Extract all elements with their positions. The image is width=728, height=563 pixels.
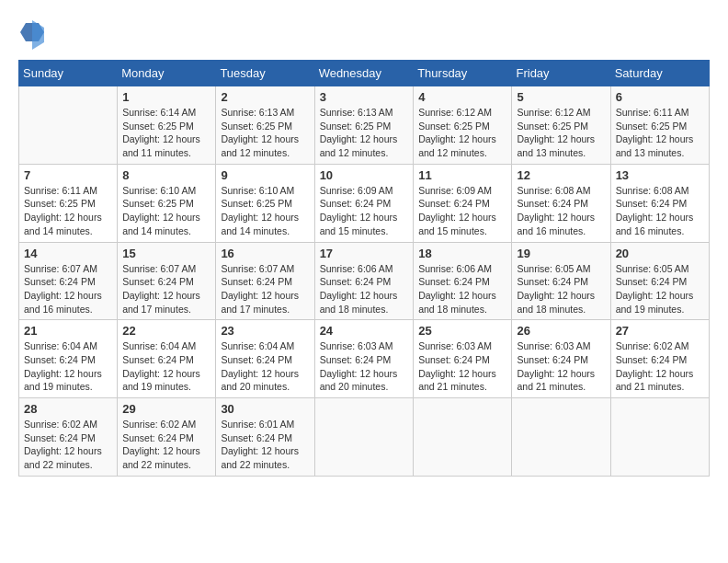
calendar-cell: 21Sunrise: 6:04 AM Sunset: 6:24 PM Dayli… [19,320,118,398]
calendar-cell: 7Sunrise: 6:11 AM Sunset: 6:25 PM Daylig… [19,164,118,242]
day-info: Sunrise: 6:10 AM Sunset: 6:25 PM Dayligh… [221,184,309,238]
day-info: Sunrise: 6:01 AM Sunset: 6:24 PM Dayligh… [221,418,309,472]
column-header-thursday: Thursday [414,61,512,86]
calendar-cell: 3Sunrise: 6:13 AM Sunset: 6:25 PM Daylig… [314,86,414,165]
column-header-saturday: Saturday [610,61,709,86]
calendar-table: SundayMondayTuesdayWednesdayThursdayFrid… [18,60,710,477]
week-row-4: 21Sunrise: 6:04 AM Sunset: 6:24 PM Dayli… [19,320,710,398]
week-row-3: 14Sunrise: 6:07 AM Sunset: 6:24 PM Dayli… [19,242,710,320]
calendar-cell: 14Sunrise: 6:07 AM Sunset: 6:24 PM Dayli… [19,242,118,320]
day-info: Sunrise: 6:05 AM Sunset: 6:24 PM Dayligh… [517,262,605,316]
day-info: Sunrise: 6:11 AM Sunset: 6:25 PM Dayligh… [616,106,704,160]
day-number: 5 [517,90,605,104]
day-info: Sunrise: 6:06 AM Sunset: 6:24 PM Dayligh… [320,262,409,316]
day-number: 16 [221,247,309,260]
calendar-cell: 19Sunrise: 6:05 AM Sunset: 6:24 PM Dayli… [512,242,610,320]
column-header-sunday: Sunday [19,61,118,86]
column-header-friday: Friday [512,61,610,86]
calendar-cell: 23Sunrise: 6:04 AM Sunset: 6:24 PM Dayli… [216,320,314,398]
calendar-cell: 8Sunrise: 6:10 AM Sunset: 6:25 PM Daylig… [118,164,216,242]
calendar-cell: 1Sunrise: 6:14 AM Sunset: 6:25 PM Daylig… [118,86,216,165]
day-info: Sunrise: 6:02 AM Sunset: 6:24 PM Dayligh… [122,418,210,472]
column-header-monday: Monday [118,61,216,86]
day-number: 24 [320,324,409,338]
day-number: 26 [517,324,605,338]
calendar-cell: 22Sunrise: 6:04 AM Sunset: 6:24 PM Dayli… [118,320,216,398]
day-info: Sunrise: 6:13 AM Sunset: 6:25 PM Dayligh… [320,106,409,160]
day-info: Sunrise: 6:14 AM Sunset: 6:25 PM Dayligh… [122,106,210,160]
day-info: Sunrise: 6:04 AM Sunset: 6:24 PM Dayligh… [24,339,112,394]
header [18,18,710,51]
column-header-wednesday: Wednesday [314,61,414,86]
svg-marker-1 [32,20,44,50]
calendar-cell: 26Sunrise: 6:03 AM Sunset: 6:24 PM Dayli… [512,320,610,398]
day-number: 2 [221,90,309,104]
calendar-cell: 17Sunrise: 6:06 AM Sunset: 6:24 PM Dayli… [314,242,414,320]
calendar-cell: 6Sunrise: 6:11 AM Sunset: 6:25 PM Daylig… [610,86,709,165]
day-number: 22 [122,324,210,338]
calendar-cell: 11Sunrise: 6:09 AM Sunset: 6:24 PM Dayli… [414,164,512,242]
calendar-cell: 28Sunrise: 6:02 AM Sunset: 6:24 PM Dayli… [19,398,118,477]
day-number: 10 [320,168,409,182]
calendar-header-row: SundayMondayTuesdayWednesdayThursdayFrid… [19,61,710,86]
day-info: Sunrise: 6:07 AM Sunset: 6:24 PM Dayligh… [221,262,309,316]
calendar-cell: 15Sunrise: 6:07 AM Sunset: 6:24 PM Dayli… [118,242,216,320]
day-info: Sunrise: 6:08 AM Sunset: 6:24 PM Dayligh… [616,184,704,238]
week-row-1: 1Sunrise: 6:14 AM Sunset: 6:25 PM Daylig… [19,86,710,165]
day-info: Sunrise: 6:12 AM Sunset: 6:25 PM Dayligh… [418,106,506,160]
day-info: Sunrise: 6:03 AM Sunset: 6:24 PM Dayligh… [320,339,409,394]
day-info: Sunrise: 6:02 AM Sunset: 6:24 PM Dayligh… [616,339,704,394]
calendar-cell [512,398,610,477]
day-info: Sunrise: 6:12 AM Sunset: 6:25 PM Dayligh… [517,106,605,160]
day-number: 6 [616,90,704,104]
day-number: 19 [517,247,605,260]
day-number: 17 [320,247,409,260]
week-row-2: 7Sunrise: 6:11 AM Sunset: 6:25 PM Daylig… [19,164,710,242]
calendar-cell: 25Sunrise: 6:03 AM Sunset: 6:24 PM Dayli… [414,320,512,398]
day-number: 7 [24,168,112,182]
day-number: 20 [616,247,704,260]
calendar-cell: 4Sunrise: 6:12 AM Sunset: 6:25 PM Daylig… [414,86,512,165]
day-info: Sunrise: 6:04 AM Sunset: 6:24 PM Dayligh… [122,339,210,394]
day-number: 18 [418,247,506,260]
day-info: Sunrise: 6:11 AM Sunset: 6:25 PM Dayligh… [24,184,112,238]
column-header-tuesday: Tuesday [216,61,314,86]
calendar-cell [314,398,414,477]
day-number: 27 [616,324,704,338]
day-number: 15 [122,247,210,260]
day-info: Sunrise: 6:13 AM Sunset: 6:25 PM Dayligh… [221,106,309,160]
day-number: 9 [221,168,309,182]
day-number: 11 [418,168,506,182]
calendar-cell: 12Sunrise: 6:08 AM Sunset: 6:24 PM Dayli… [512,164,610,242]
day-info: Sunrise: 6:08 AM Sunset: 6:24 PM Dayligh… [517,184,605,238]
day-info: Sunrise: 6:03 AM Sunset: 6:24 PM Dayligh… [418,339,506,394]
calendar-cell: 29Sunrise: 6:02 AM Sunset: 6:24 PM Dayli… [118,398,216,477]
day-number: 25 [418,324,506,338]
day-number: 14 [24,247,112,260]
calendar-cell: 27Sunrise: 6:02 AM Sunset: 6:24 PM Dayli… [610,320,709,398]
day-number: 23 [221,324,309,338]
logo [18,18,50,51]
calendar-cell: 30Sunrise: 6:01 AM Sunset: 6:24 PM Dayli… [216,398,314,477]
logo-icon [18,18,46,51]
day-info: Sunrise: 6:03 AM Sunset: 6:24 PM Dayligh… [517,339,605,394]
calendar-cell: 20Sunrise: 6:05 AM Sunset: 6:24 PM Dayli… [610,242,709,320]
day-info: Sunrise: 6:09 AM Sunset: 6:24 PM Dayligh… [418,184,506,238]
day-info: Sunrise: 6:07 AM Sunset: 6:24 PM Dayligh… [24,262,112,316]
calendar-cell [610,398,709,477]
calendar-cell: 18Sunrise: 6:06 AM Sunset: 6:24 PM Dayli… [414,242,512,320]
calendar-cell: 16Sunrise: 6:07 AM Sunset: 6:24 PM Dayli… [216,242,314,320]
day-info: Sunrise: 6:07 AM Sunset: 6:24 PM Dayligh… [122,262,210,316]
calendar-cell: 9Sunrise: 6:10 AM Sunset: 6:25 PM Daylig… [216,164,314,242]
calendar-cell [19,86,118,165]
calendar-cell [414,398,512,477]
day-info: Sunrise: 6:09 AM Sunset: 6:24 PM Dayligh… [320,184,409,238]
day-number: 8 [122,168,210,182]
day-number: 1 [122,90,210,104]
day-number: 4 [418,90,506,104]
calendar-cell: 2Sunrise: 6:13 AM Sunset: 6:25 PM Daylig… [216,86,314,165]
day-info: Sunrise: 6:06 AM Sunset: 6:24 PM Dayligh… [418,262,506,316]
day-info: Sunrise: 6:04 AM Sunset: 6:24 PM Dayligh… [221,339,309,394]
calendar-cell: 5Sunrise: 6:12 AM Sunset: 6:25 PM Daylig… [512,86,610,165]
calendar-cell: 24Sunrise: 6:03 AM Sunset: 6:24 PM Dayli… [314,320,414,398]
